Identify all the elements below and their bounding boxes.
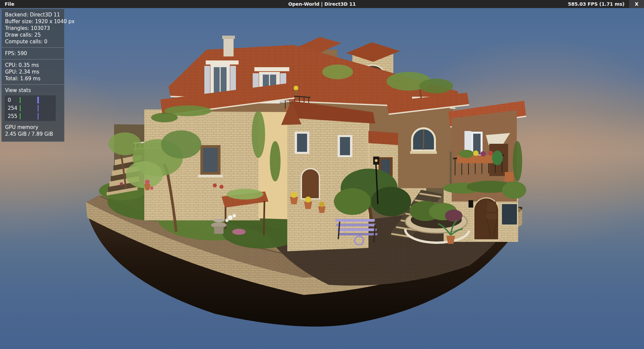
stat-buffer-size: Buffer size: 1920 x 1040 px [2, 18, 64, 25]
stat-draw-calls: Draw calls: 25 [2, 32, 64, 38]
gpu-memory-heading: GPU memory [2, 124, 64, 131]
histogram-row-label: 255 [8, 113, 17, 120]
stat-cpu-time: CPU: 0.35 ms [2, 62, 64, 69]
door [301, 169, 319, 199]
histogram-bar-purple [38, 113, 39, 120]
histogram-row-label: 254 [8, 105, 17, 112]
stat-fps: FPS: 590 [2, 50, 64, 57]
histogram-row-255: 255 [5, 112, 56, 120]
window-title: Open-World | Direct3D 11 [0, 1, 644, 7]
stat-triangles: Triangles: 103073 [2, 25, 64, 32]
separator [2, 47, 64, 48]
village-scene [0, 0, 644, 349]
histogram-tick-green [20, 97, 20, 103]
window-stone-house [295, 132, 309, 154]
stat-total-time: Total: 1.69 ms [2, 75, 64, 82]
stat-backend: Backend: Direct3D 11 [2, 11, 64, 18]
histogram-bar-purple [38, 105, 39, 112]
window-stone-house [501, 204, 517, 225]
gpu-memory-value: 2.45 GiB / 7.89 GiB [2, 131, 64, 137]
histogram-tick-green [20, 113, 20, 119]
view-stats-histogram: 0 254 255 [5, 95, 56, 121]
view-stats-heading: View stats [2, 87, 64, 94]
separator [2, 59, 64, 59]
separator [2, 84, 64, 85]
viewport-3d[interactable] [0, 0, 644, 349]
menu-file[interactable]: File [0, 0, 19, 8]
lantern [468, 200, 473, 208]
stats-panel: Backend: Direct3D 11 Buffer size: 1920 x… [1, 9, 64, 142]
stat-compute-calls: Compute calls: 0 [2, 38, 64, 45]
histogram-tick-green [20, 105, 20, 111]
fps-readout: 585.03 FPS (1.71 ms) [568, 1, 625, 7]
title-bar: File Open-World | Direct3D 11 585.03 FPS… [0, 0, 644, 8]
histogram-row-label: 0 [8, 97, 11, 103]
wall-pots [144, 180, 150, 190]
histogram-bar-purple [37, 97, 39, 103]
stat-gpu-time: GPU: 2.34 ms [2, 69, 64, 75]
histogram-row-0: 0 [5, 96, 56, 104]
histogram-row-254: 254 [5, 104, 56, 112]
close-button[interactable]: X [629, 0, 644, 8]
window-stone-house [338, 135, 352, 157]
